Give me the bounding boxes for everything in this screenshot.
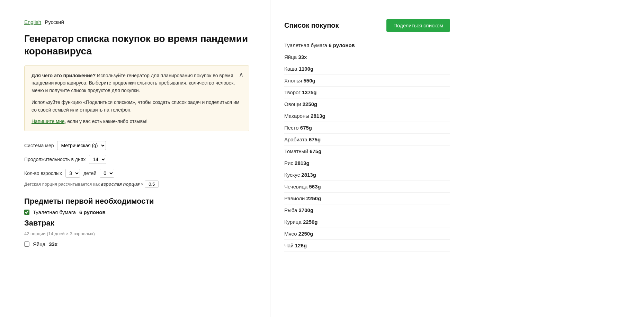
shopping-item-name: Чечевица (284, 184, 307, 190)
shopping-item-name: Туалетная бумага (284, 42, 327, 48)
shopping-item-amount: 675g (300, 125, 312, 131)
shopping-list-item: Рыба 2700g (284, 204, 450, 216)
shopping-item-amount: 2813g (311, 113, 325, 119)
shopping-item-name: Творог (284, 89, 301, 95)
info-box-para1: Для чего это приложение? Используйте ген… (32, 72, 242, 95)
info-box-bold1: Для чего это приложение? (32, 73, 96, 78)
children-select[interactable]: 01234 (100, 169, 114, 178)
adults-row: Кол-во взрослых 12345 детей 01234 (24, 169, 249, 178)
shopping-item-amount: 2250g (306, 195, 321, 201)
shopping-item-name: Яйца (284, 54, 297, 60)
shopping-item-amount: 550g (304, 78, 315, 83)
shopping-list-item: Рис 2813g (284, 157, 450, 169)
shopping-list-item: Равиоли 2250g (284, 193, 450, 204)
measure-row: Система мер Метрическая (g)Имперская (oz… (24, 141, 249, 150)
breakfast-subtitle: 42 порции (14 дней × 3 взрослых) (24, 231, 249, 236)
measure-select[interactable]: Метрическая (g)Имперская (oz) (57, 141, 106, 150)
shopping-item-amount: 675g (310, 148, 321, 154)
children-hint: Детская порция рассчитывается как взросл… (24, 180, 249, 188)
shopping-item-amount: 2813g (301, 172, 316, 178)
shopping-item-name: Овощи (284, 101, 301, 107)
shopping-item-name: Равиоли (284, 195, 305, 201)
shopping-list-title: Список покупок (284, 21, 339, 29)
shopping-item-name: Рыба (284, 207, 297, 213)
essential-checkbox-toilet-paper[interactable] (24, 210, 29, 215)
breakfast-checkbox-eggs[interactable] (24, 241, 29, 247)
shopping-item-name: Рис (284, 160, 293, 166)
shopping-items-list: Туалетная бумага 6 рулоновЯйца 33xКаша 1… (284, 39, 450, 252)
shopping-item-name: Томатный (284, 148, 308, 154)
shopping-item-name: Мясо (284, 231, 297, 237)
shopping-list-header: Список покупок Поделиться списком (284, 19, 450, 32)
children-multiplier-input[interactable] (145, 180, 159, 188)
shopping-item-amount: 2250g (298, 231, 313, 237)
essential-label-toilet-paper: Туалетная бумага (33, 209, 76, 215)
breakfast-qty-eggs: 33x (49, 241, 57, 247)
shopping-list-item: Каша 1100g (284, 63, 450, 75)
breakfast-title: Завтрак (24, 219, 249, 228)
shopping-item-amount: 33x (298, 54, 307, 60)
shopping-item-amount: 1375g (302, 89, 317, 95)
page-title: Генератор списка покупок во время пандем… (24, 33, 249, 58)
shopping-list-item: Овощи 2250g (284, 98, 450, 110)
shopping-item-name: Чай (284, 243, 294, 248)
shopping-list-item: Кускус 2813g (284, 169, 450, 181)
shopping-item-name: Кускус (284, 172, 300, 178)
share-button[interactable]: Поделиться списком (386, 19, 450, 32)
breakfast-item-eggs: Яйца 33x (24, 241, 249, 247)
essentials-title: Предметы первой необходимости (24, 197, 249, 206)
shopping-item-amount: 6 рулонов (329, 42, 355, 48)
essential-qty-toilet-paper: 6 рулонов (79, 209, 106, 215)
duration-label: Продолжительность в днях (24, 157, 86, 162)
shopping-list-item: Чай 126g (284, 240, 450, 252)
shopping-item-name: Песто (284, 125, 299, 131)
children-label: детей (83, 170, 96, 176)
adults-label: Кол-во взрослых (24, 170, 62, 176)
lang-switcher: English Русский (24, 19, 249, 25)
shopping-item-amount: 2250g (303, 101, 317, 107)
shopping-item-name: Хлопья (284, 78, 302, 83)
shopping-list-item: Хлопья 550g (284, 75, 450, 87)
info-box-link[interactable]: Напишите мне (32, 118, 64, 124)
shopping-item-amount: 1100g (299, 66, 314, 72)
shopping-item-amount: 563g (309, 184, 321, 190)
shopping-item-name: Курица (284, 219, 302, 225)
info-box-para3: Напишите мне, если у вас есть какие-либо… (32, 118, 242, 125)
shopping-item-amount: 2700g (299, 207, 314, 213)
adults-select[interactable]: 12345 (65, 169, 80, 178)
shopping-item-amount: 2813g (295, 160, 310, 166)
shopping-item-amount: 675g (309, 137, 321, 142)
lang-russian-link[interactable]: Русский (45, 19, 64, 25)
measure-label: Система мер (24, 143, 54, 148)
shopping-list-item: Песто 675g (284, 122, 450, 134)
shopping-item-amount: 126g (295, 243, 307, 248)
info-box-text3: , если у вас есть какие-либо отзывы! (64, 118, 147, 124)
essential-item-toilet-paper: Туалетная бумага 6 рулонов (24, 209, 249, 215)
duration-row: Продолжительность в днях 7142128 (24, 155, 249, 164)
shopping-list-item: Курица 2250g (284, 216, 450, 228)
shopping-item-name: Макароны (284, 113, 309, 119)
shopping-item-amount: 2250g (303, 219, 318, 225)
shopping-item-name: Арабиата (284, 137, 307, 142)
info-box-para2: Используйте функцию «Поделиться списком»… (32, 99, 242, 114)
shopping-list-item: Макароны 2813g (284, 110, 450, 122)
right-panel: Список покупок Поделиться списком Туалет… (270, 0, 464, 317)
shopping-list-item: Арабиата 675g (284, 134, 450, 146)
duration-select[interactable]: 7142128 (89, 155, 106, 164)
left-panel: English Русский Генератор списка покупок… (0, 0, 270, 317)
info-box-toggle[interactable]: ∧ (239, 71, 243, 78)
shopping-list-item: Томатный 675g (284, 146, 450, 157)
breakfast-label-eggs: Яйца (33, 241, 45, 247)
shopping-list-item: Творог 1375g (284, 87, 450, 98)
info-box: ∧ Для чего это приложение? Используйте г… (24, 65, 249, 131)
shopping-list-item: Чечевица 563g (284, 181, 450, 193)
shopping-list-item: Мясо 2250g (284, 228, 450, 240)
shopping-list-item: Туалетная бумага 6 рулонов (284, 39, 450, 51)
lang-english-link[interactable]: English (24, 19, 41, 25)
shopping-list-item: Яйца 33x (284, 51, 450, 63)
shopping-item-name: Каша (284, 66, 297, 72)
